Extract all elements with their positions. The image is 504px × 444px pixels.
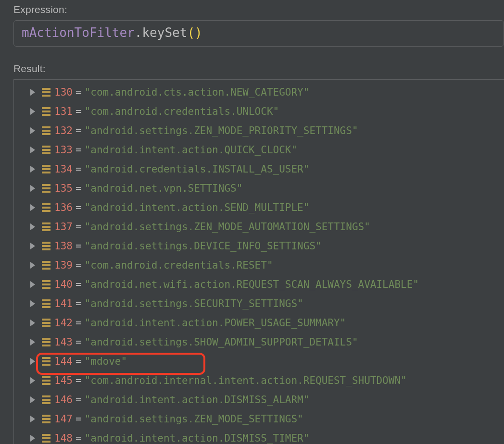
tree-row[interactable]: 146 = "android.intent.action.DISMISS_ALA… bbox=[30, 390, 504, 409]
tree-row[interactable]: 133 = "android.intent.action.QUICK_CLOCK… bbox=[30, 140, 504, 160]
tree-row[interactable]: 139 = "com.android.credentials.RESET" bbox=[30, 256, 504, 275]
array-element-icon bbox=[42, 338, 50, 346]
tree-row[interactable]: 131 = "com.android.credentials.UNLOCK" bbox=[30, 102, 504, 121]
expand-icon[interactable] bbox=[30, 300, 35, 307]
row-value: "android.settings.ZEN_MODE_AUTOMATION_SE… bbox=[85, 221, 370, 233]
row-index: 135 bbox=[54, 183, 73, 194]
expand-icon[interactable] bbox=[30, 262, 35, 269]
equals-sign: = bbox=[76, 279, 82, 290]
array-element-icon bbox=[42, 165, 50, 173]
expand-icon[interactable] bbox=[30, 435, 35, 442]
expand-icon[interactable] bbox=[30, 339, 35, 345]
row-value: "com.android.internal.intent.action.REQU… bbox=[85, 375, 407, 386]
row-index: 145 bbox=[54, 375, 73, 386]
expression-label: Expression: bbox=[13, 4, 504, 15]
expand-icon[interactable] bbox=[30, 108, 35, 115]
expand-icon[interactable] bbox=[30, 166, 35, 173]
tree-row[interactable]: 143 = "android.settings.SHOW_ADMIN_SUPPO… bbox=[30, 333, 504, 352]
array-element-icon bbox=[42, 319, 50, 327]
tree-row[interactable]: 130 = "com.android.cts.action.NEW_CATEGO… bbox=[30, 83, 504, 102]
expand-icon[interactable] bbox=[30, 223, 35, 230]
equals-sign: = bbox=[76, 375, 82, 386]
row-index: 130 bbox=[54, 86, 73, 98]
equals-sign: = bbox=[76, 221, 82, 233]
equals-sign: = bbox=[76, 183, 82, 194]
expand-icon[interactable] bbox=[30, 320, 35, 326]
equals-sign: = bbox=[76, 106, 82, 117]
expr-token-parens: () bbox=[187, 25, 202, 40]
expand-icon[interactable] bbox=[30, 127, 35, 134]
tree-row[interactable]: 135 = "android.net.vpn.SETTINGS" bbox=[30, 179, 504, 198]
row-value: "com.android.credentials.UNLOCK" bbox=[85, 106, 279, 117]
array-element-icon bbox=[42, 261, 50, 270]
row-value: "android.settings.SHOW_ADMIN_SUPPORT_DET… bbox=[85, 336, 358, 348]
array-element-icon bbox=[42, 184, 50, 193]
array-element-icon bbox=[42, 395, 50, 404]
row-index: 132 bbox=[54, 125, 73, 136]
row-index: 142 bbox=[54, 317, 73, 329]
tree-row[interactable]: 147 = "android.settings.ZEN_MODE_SETTING… bbox=[30, 409, 504, 429]
row-value: "android.intent.action.DISMISS_TIMER" bbox=[85, 432, 310, 444]
row-value: "com.android.cts.action.NEW_CATEGORY" bbox=[85, 86, 310, 98]
row-value: "com.android.credentials.RESET" bbox=[85, 259, 273, 271]
array-element-icon bbox=[42, 107, 50, 116]
result-tree[interactable]: 130 = "com.android.cts.action.NEW_CATEGO… bbox=[13, 79, 504, 444]
expand-icon[interactable] bbox=[30, 243, 35, 249]
tree-row[interactable]: 142 = "android.intent.action.POWER_USAGE… bbox=[30, 313, 504, 333]
row-value: "android.net.wifi.action.REQUEST_SCAN_AL… bbox=[85, 279, 419, 290]
tree-row[interactable]: 140 = "android.net.wifi.action.REQUEST_S… bbox=[30, 275, 504, 294]
tree-row[interactable]: 132 = "android.settings.ZEN_MODE_PRIORIT… bbox=[30, 121, 504, 140]
row-index: 146 bbox=[54, 394, 73, 406]
row-value: "android.net.vpn.SETTINGS" bbox=[85, 183, 243, 194]
equals-sign: = bbox=[76, 125, 82, 136]
row-index: 138 bbox=[54, 240, 73, 252]
row-value: "android.intent.action.POWER_USAGE_SUMMA… bbox=[85, 317, 346, 329]
array-element-icon bbox=[42, 415, 50, 423]
expand-icon[interactable] bbox=[30, 204, 35, 211]
row-index: 141 bbox=[54, 298, 73, 309]
tree-row[interactable]: 148 = "android.intent.action.DISMISS_TIM… bbox=[30, 429, 504, 444]
tree-row[interactable]: 137 = "android.settings.ZEN_MODE_AUTOMAT… bbox=[30, 217, 504, 236]
row-value: "android.settings.ZEN_MODE_PRIORITY_SETT… bbox=[85, 125, 358, 136]
array-element-icon bbox=[42, 242, 50, 250]
tree-row[interactable]: 138 = "android.settings.DEVICE_INFO_SETT… bbox=[30, 236, 504, 256]
row-value: "android.intent.action.DISMISS_ALARM" bbox=[85, 394, 310, 406]
tree-row[interactable]: 144 = "mdove" bbox=[30, 352, 504, 371]
expand-icon[interactable] bbox=[30, 396, 35, 403]
equals-sign: = bbox=[76, 432, 82, 444]
expr-token-method: keySet bbox=[142, 25, 187, 40]
array-element-icon bbox=[42, 203, 50, 212]
equals-sign: = bbox=[76, 317, 82, 329]
expand-icon[interactable] bbox=[30, 281, 35, 288]
array-element-icon bbox=[42, 126, 50, 135]
row-index: 136 bbox=[54, 202, 73, 213]
row-index: 137 bbox=[54, 221, 73, 233]
tree-row[interactable]: 141 = "android.settings.SECURITY_SETTING… bbox=[30, 294, 504, 313]
row-value: "mdove" bbox=[85, 356, 127, 367]
expand-icon[interactable] bbox=[30, 358, 35, 365]
array-element-icon bbox=[42, 299, 50, 308]
expression-input[interactable]: mActionToFilter.keySet() bbox=[13, 20, 504, 47]
row-value: "android.intent.action.SEND_MULTIPLE" bbox=[85, 202, 310, 213]
row-index: 139 bbox=[54, 259, 73, 271]
equals-sign: = bbox=[76, 298, 82, 309]
equals-sign: = bbox=[76, 163, 82, 175]
array-element-icon bbox=[42, 280, 50, 289]
expand-icon[interactable] bbox=[30, 147, 35, 153]
equals-sign: = bbox=[76, 144, 82, 156]
tree-row[interactable]: 145 = "com.android.internal.intent.actio… bbox=[30, 371, 504, 390]
expand-icon[interactable] bbox=[30, 377, 35, 384]
expand-icon[interactable] bbox=[30, 89, 35, 96]
expr-token-field: mActionToFilter bbox=[22, 25, 135, 40]
array-element-icon bbox=[42, 357, 50, 366]
result-label: Result: bbox=[13, 63, 504, 74]
equals-sign: = bbox=[76, 259, 82, 271]
expand-icon[interactable] bbox=[30, 416, 35, 422]
equals-sign: = bbox=[76, 356, 82, 367]
equals-sign: = bbox=[76, 202, 82, 213]
tree-row[interactable]: 136 = "android.intent.action.SEND_MULTIP… bbox=[30, 198, 504, 217]
row-value: "android.settings.SECURITY_SETTINGS" bbox=[85, 298, 303, 309]
expand-icon[interactable] bbox=[30, 185, 35, 192]
tree-row[interactable]: 134 = "android.credentials.INSTALL_AS_US… bbox=[30, 160, 504, 179]
row-value: "android.credentials.INSTALL_AS_USER" bbox=[85, 163, 310, 175]
